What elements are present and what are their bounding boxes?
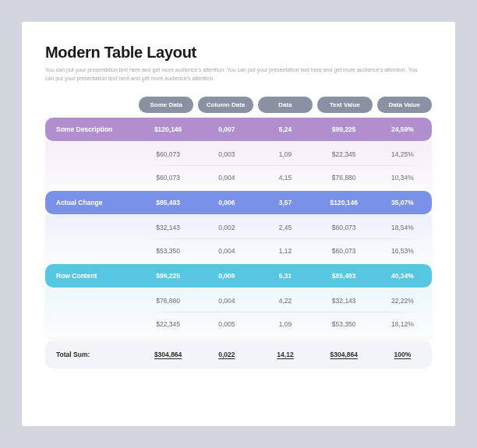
group-label: Some Description (45, 125, 139, 133)
cell: $85,493 (139, 199, 197, 206)
cell: $60,073 (315, 247, 373, 255)
cell: $85,493 (315, 272, 373, 280)
cell: $53,350 (315, 320, 373, 328)
cell: 5,31 (256, 272, 314, 280)
cell: 22,22% (373, 297, 432, 305)
cell: 0,004 (197, 297, 256, 305)
table-row: . $60,073 0,004 4,15 $76,880 10,34% (45, 166, 432, 189)
cell: 24,59% (373, 125, 432, 133)
cell: $60,073 (139, 174, 197, 182)
cell: $76,880 (315, 174, 373, 182)
cell: $120,146 (315, 199, 373, 206)
table-row: . $22,345 0,005 1,09 $53,350 18,12% (45, 312, 432, 336)
total-cell: $304,864 (139, 351, 197, 358)
cell: $60,073 (315, 224, 373, 231)
group-some-description: Some Description $120,146 0,007 5,24 $99… (45, 118, 432, 191)
cell: 4,22 (256, 297, 314, 305)
column-header: Some Data (139, 97, 193, 113)
column-header: Text Value (317, 97, 372, 113)
group-header-row: Actual Change $85,493 0,006 3,57 $120,14… (45, 191, 432, 214)
cell: 0,003 (197, 150, 256, 158)
cell: $99,225 (139, 272, 197, 280)
total-cell: 0,022 (197, 351, 256, 358)
page-subtitle: You can put your presentation text here … (45, 66, 419, 83)
group-label: Actual Change (45, 199, 139, 206)
cell: 35,07% (373, 199, 432, 206)
cell: 18,54% (373, 224, 432, 231)
column-header: Data Value (377, 97, 432, 113)
cell: 4,15 (256, 174, 314, 182)
table-row: . $76,880 0,004 4,22 $32,143 22,22% (45, 289, 432, 312)
cell: 0,004 (197, 247, 256, 255)
page-title: Modern Table Layout (45, 44, 432, 62)
cell: $99,225 (315, 125, 373, 133)
total-row: Total Sum: $304,864 0,022 14,12 $304,864… (45, 340, 432, 369)
cell: 10,34% (373, 174, 432, 182)
cell: 0,005 (197, 320, 256, 328)
column-header: Column Data (198, 97, 253, 113)
cell: 14,25% (373, 150, 432, 158)
cell: 0,009 (197, 272, 256, 280)
cell: 3,57 (256, 199, 314, 206)
cell: 2,45 (256, 224, 314, 231)
cell: 5,24 (256, 125, 314, 133)
group-header-row: Row Content $99,225 0,009 5,31 $85,493 4… (45, 264, 432, 287)
table-row: . $32,143 0,002 2,45 $60,073 18,54% (45, 216, 432, 239)
column-header: Data (258, 97, 313, 113)
cell: $22,345 (315, 150, 373, 158)
cell: $32,143 (315, 297, 373, 305)
cell: 1,09 (256, 150, 314, 158)
total-label: Total Sum: (45, 351, 139, 358)
total-cell: 14,12 (256, 351, 314, 358)
cell: 0,004 (197, 174, 256, 182)
layout-card: Modern Table Layout You can put your pre… (22, 22, 455, 426)
cell: $53,350 (139, 247, 197, 255)
cell: 0,007 (197, 125, 256, 133)
table-row: . $53,350 0,004 1,12 $60,073 16,53% (45, 239, 432, 263)
total-cell: $304,864 (315, 351, 373, 358)
cell: 16,53% (373, 247, 432, 255)
cell: 0,002 (197, 224, 256, 231)
group-actual-change: Actual Change $85,493 0,006 3,57 $120,14… (45, 191, 432, 264)
cell: 1,09 (256, 320, 314, 328)
group-label: Row Content (45, 272, 139, 280)
table-header-row: Some Data Column Data Data Text Value Da… (45, 97, 432, 113)
data-table: Some Data Column Data Data Text Value Da… (45, 97, 432, 369)
cell: $22,345 (139, 320, 197, 328)
cell: $120,146 (139, 125, 197, 133)
table-row: . $60,073 0,003 1,09 $22,345 14,25% (45, 143, 432, 166)
cell: $76,880 (139, 297, 197, 305)
cell: 1,12 (256, 247, 314, 255)
cell: $32,143 (139, 224, 197, 231)
group-header-row: Some Description $120,146 0,007 5,24 $99… (45, 118, 432, 141)
cell: 40,34% (373, 272, 432, 280)
cell: 0,006 (197, 199, 256, 206)
cell: 18,12% (373, 320, 432, 328)
cell: $60,073 (139, 150, 197, 158)
total-cell: 100% (373, 351, 432, 358)
group-row-content: Row Content $99,225 0,009 5,31 $85,493 4… (45, 264, 432, 337)
